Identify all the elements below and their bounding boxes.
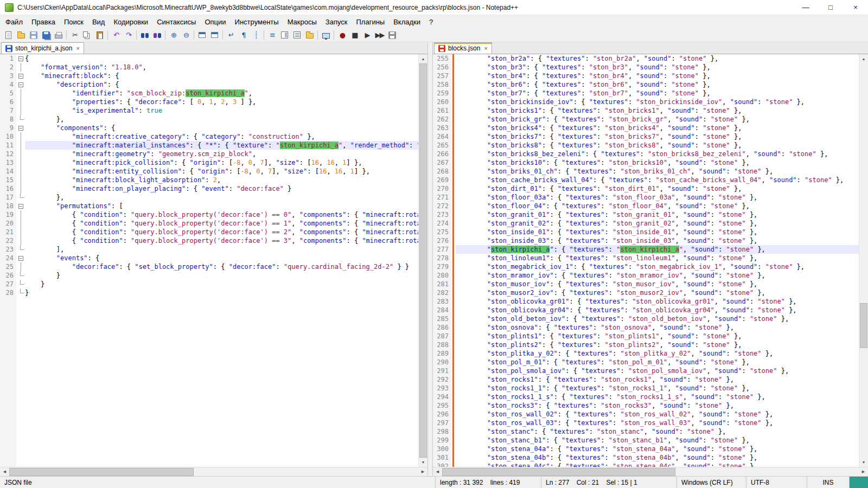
folder-as-workspace-button[interactable] xyxy=(303,29,316,42)
code-text[interactable]: } xyxy=(25,280,418,288)
code-text[interactable]: "ston_rocks1": { "textures": "ston_rocks… xyxy=(456,375,859,384)
close-button[interactable]: × xyxy=(843,0,868,15)
scroll-down-icon[interactable]: ▼ xyxy=(859,458,868,467)
menu-item-7[interactable]: Опции xyxy=(200,16,230,28)
menu-item-12[interactable]: Вкладки xyxy=(389,16,425,28)
code-text[interactable]: "ston_stena_04a": { "textures": "ston_st… xyxy=(456,445,859,453)
code-text[interactable]: "ston_plitka_y_02": { "textures": "ston_… xyxy=(456,349,859,358)
code-text[interactable]: "ston_osnova": { "textures": "ston_osnov… xyxy=(456,323,859,332)
code-text[interactable]: "ston_inside_03": { "textures": "ston_in… xyxy=(456,236,859,245)
record-macro-button[interactable]: ● xyxy=(336,29,348,42)
find-button[interactable] xyxy=(138,29,151,42)
save-recorded-macro-button[interactable] xyxy=(386,29,398,42)
code-text[interactable]: "ston_pol_m_01": { "textures": "ston_pol… xyxy=(456,358,859,367)
fold-collapse-icon[interactable]: − xyxy=(16,254,25,262)
indent-guide-button[interactable]: ┊ xyxy=(250,29,262,42)
code-text[interactable]: "ston_inside_01": { "textures": "ston_in… xyxy=(456,228,859,236)
menu-item-11[interactable]: Плагины xyxy=(352,16,390,28)
right-horizontal-scrollbar[interactable]: ◀ ▶ xyxy=(433,467,868,476)
code-text[interactable]: "minecraft:entity_collision": { "origin"… xyxy=(25,167,418,176)
run-macro-multiple-times-button[interactable]: ▶▶ xyxy=(373,29,386,42)
code-text[interactable]: "ston_br7": { "textures": "ston_br7", "s… xyxy=(456,89,859,98)
code-text[interactable]: "ston_ros_wall_03": { "textures": "ston_… xyxy=(456,419,859,427)
scroll-down-icon[interactable]: ▼ xyxy=(419,458,427,467)
code-text[interactable]: "minecraft:creative_category": { "catego… xyxy=(25,132,418,141)
code-text[interactable]: "ston_stena_04c": { "textures": "ston_st… xyxy=(456,462,859,467)
menu-item-6[interactable]: Синтаксисы xyxy=(152,16,200,28)
code-text[interactable]: "identifier": "scm_block_zip:ston_kirpic… xyxy=(25,89,418,98)
function-list-button[interactable]: ≡ xyxy=(266,29,278,42)
code-text[interactable]: "ston_granit_02": { "textures": "ston_gr… xyxy=(456,219,859,228)
right-vertical-scrollbar[interactable]: ▲ ▼ xyxy=(859,54,868,467)
paste-button[interactable] xyxy=(93,29,106,42)
scrollbar-track[interactable] xyxy=(9,467,409,477)
code-text[interactable]: "components": { xyxy=(25,124,418,132)
playback-macro-button[interactable]: ▶ xyxy=(361,29,373,42)
scroll-up-icon[interactable]: ▲ xyxy=(419,54,427,63)
fold-collapse-icon[interactable]: − xyxy=(16,54,25,63)
code-text[interactable]: "ston_br3": { "textures": "ston_br3", "s… xyxy=(456,63,859,72)
word-wrap-button[interactable]: ↵ xyxy=(225,29,237,42)
scrollbar-thumb[interactable] xyxy=(860,303,867,348)
code-text[interactable]: } xyxy=(25,288,418,297)
menu-item-2[interactable]: Правка xyxy=(27,16,60,28)
show-all-characters-button[interactable]: ¶ xyxy=(237,29,250,42)
code-text[interactable]: "format_version": "1.18.0", xyxy=(25,63,418,72)
code-text[interactable]: { xyxy=(25,54,418,63)
code-text[interactable]: "ston_bricks4": { "textures": "ston_bric… xyxy=(456,124,859,132)
code-text[interactable]: "ston_br6": { "textures": "ston_br6", "s… xyxy=(456,80,859,89)
minimize-button[interactable]: — xyxy=(793,0,818,15)
zoom-in-button[interactable]: ⊕ xyxy=(167,29,180,42)
code-text[interactable]: "ston_floor_03a": { "textures": "ston_fl… xyxy=(456,193,859,202)
code-text[interactable]: "ston_pol_smola_iov": { "textures": "sto… xyxy=(456,367,859,375)
code-text[interactable]: "ston_ros_wall_02": { "textures": "ston_… xyxy=(456,410,859,419)
menu-item-1[interactable]: Файл xyxy=(1,16,27,28)
menu-item-8[interactable]: Инструменты xyxy=(231,16,283,28)
code-text[interactable]: "ston_dirt_01": { "textures": "ston_dirt… xyxy=(456,184,859,193)
code-text[interactable]: "ston_plints1": { "textures": "ston_plin… xyxy=(456,332,859,341)
scrollbar-track[interactable] xyxy=(442,467,850,477)
code-text[interactable]: "ston_granit_01": { "textures": "ston_gr… xyxy=(456,210,859,219)
scroll-right-icon[interactable]: ▶ xyxy=(418,467,427,477)
tab-blocks-json[interactable]: blocks.json × xyxy=(434,42,492,54)
code-text[interactable]: "ston_bricks10": { "textures": "ston_bri… xyxy=(456,158,859,167)
code-text[interactable]: "ston_musor_iov": { "textures": "ston_mu… xyxy=(456,280,859,288)
fold-collapse-icon[interactable]: − xyxy=(16,202,25,210)
redo-button[interactable]: ↷ xyxy=(122,29,135,42)
sync-horizontal-scrolling-button[interactable] xyxy=(208,29,221,42)
document-map-button[interactable] xyxy=(278,29,291,42)
sync-vertical-scrolling-button[interactable] xyxy=(196,29,208,42)
open-folder-button[interactable] xyxy=(15,29,27,42)
code-text[interactable]: "ston_floor_04": { "textures": "ston_flo… xyxy=(456,202,859,210)
code-text[interactable]: "ston_br4": { "textures": "ston_br4", "s… xyxy=(456,72,859,80)
copy-button[interactable] xyxy=(81,29,93,42)
maximize-button[interactable]: □ xyxy=(818,0,843,15)
undo-button[interactable]: ↶ xyxy=(110,29,122,42)
menu-item-3[interactable]: Поиск xyxy=(60,16,88,28)
code-text[interactable]: "minecraft:block_light_absorption": 2, xyxy=(25,176,418,184)
zoom-out-button[interactable]: ⊖ xyxy=(180,29,192,42)
fold-collapse-icon[interactable]: − xyxy=(16,124,25,132)
code-text[interactable]: "ston_br2a": { "textures": "ston_br2a", … xyxy=(456,54,859,63)
code-text[interactable]: "permutations": [ xyxy=(25,202,418,210)
status-encoding[interactable]: UTF-8 xyxy=(746,477,807,488)
title-bar[interactable]: C:\Users\Cken\AppData\Local\Packages\Mic… xyxy=(0,0,868,15)
scrollbar-thumb[interactable] xyxy=(442,468,675,476)
code-text[interactable]: "ston_old_beton_iov": { "textures": "sto… xyxy=(456,314,859,323)
code-text[interactable]: "ston_bricks1": { "textures": "ston_bric… xyxy=(456,106,859,115)
code-text[interactable]: "ston_rocks1_1": { "textures": "ston_roc… xyxy=(456,384,859,393)
scroll-left-icon[interactable]: ◀ xyxy=(0,467,9,477)
code-text[interactable]: "ston_stanc": { "textures": "ston_stanc"… xyxy=(456,427,859,436)
code-text[interactable]: "ston_bricks7": { "textures": "ston_bric… xyxy=(456,132,859,141)
menu-item-13[interactable]: ? xyxy=(425,16,437,28)
code-text[interactable]: { "condition": "query.block_property('de… xyxy=(25,236,418,245)
menu-item-4[interactable]: Вид xyxy=(88,16,110,28)
document-list-button[interactable] xyxy=(291,29,303,42)
code-text[interactable]: "minecraft:block": { xyxy=(25,72,418,80)
code-text[interactable]: }, xyxy=(25,115,418,124)
code-text[interactable]: ], xyxy=(25,245,418,254)
code-text[interactable]: }, xyxy=(25,193,418,202)
code-text[interactable]: { "condition": "query.block_property('de… xyxy=(25,219,418,228)
close-tab-icon[interactable]: × xyxy=(76,45,79,52)
code-text[interactable]: "minecraft:pick_collision": { "origin": … xyxy=(25,158,418,167)
